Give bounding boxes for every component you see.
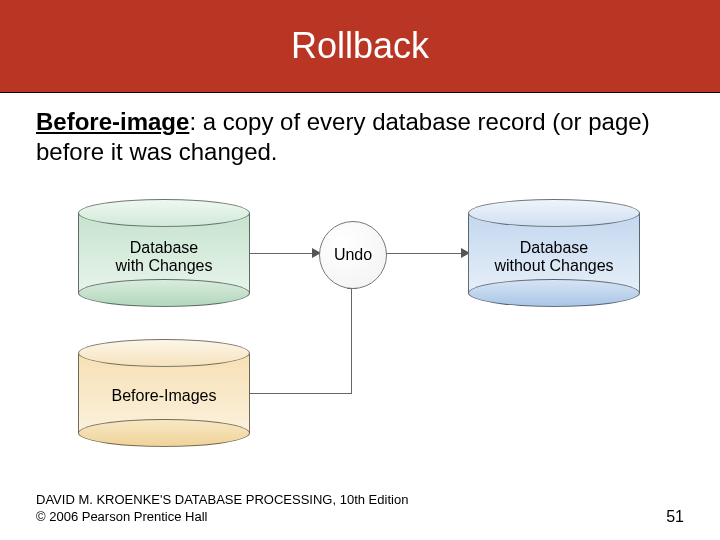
cylinder-bottom	[78, 279, 250, 307]
cylinder-top	[468, 199, 640, 227]
label-line: Database	[520, 239, 589, 256]
slide: Rollback Before-image: a copy of every d…	[0, 0, 720, 540]
rollback-diagram: Database with Changes Before-Images Data…	[50, 181, 670, 471]
label-line: with Changes	[116, 257, 213, 274]
label-line: without Changes	[494, 257, 613, 274]
footer-line: © 2006 Pearson Prentice Hall	[36, 509, 207, 524]
undo-node: Undo	[319, 221, 387, 289]
cylinder-top	[78, 199, 250, 227]
label-line: Before-Images	[112, 387, 217, 404]
cylinder-bottom	[468, 279, 640, 307]
connector-line	[385, 253, 468, 254]
title-bar: Rollback	[0, 0, 720, 93]
cylinder-label: Before-Images	[78, 387, 250, 405]
connector-line	[250, 393, 352, 394]
label-line: Database	[130, 239, 199, 256]
slide-title: Rollback	[291, 25, 429, 67]
cylinder-db-with-changes: Database with Changes	[78, 199, 250, 307]
page-number: 51	[666, 508, 684, 526]
cylinder-top	[78, 339, 250, 367]
cylinder-db-without-changes: Database without Changes	[468, 199, 640, 307]
connector-line	[351, 287, 352, 394]
cylinder-label: Database without Changes	[468, 239, 640, 276]
undo-label: Undo	[334, 246, 372, 264]
cylinder-label: Database with Changes	[78, 239, 250, 276]
footer-attribution: DAVID M. KROENKE'S DATABASE PROCESSING, …	[36, 492, 408, 526]
connector-line	[250, 253, 319, 254]
cylinder-before-images: Before-Images	[78, 339, 250, 447]
definition-term: Before-image	[36, 108, 189, 135]
definition-text: Before-image: a copy of every database r…	[0, 93, 720, 167]
slide-footer: DAVID M. KROENKE'S DATABASE PROCESSING, …	[36, 492, 684, 526]
cylinder-bottom	[78, 419, 250, 447]
footer-line: DAVID M. KROENKE'S DATABASE PROCESSING, …	[36, 492, 408, 507]
